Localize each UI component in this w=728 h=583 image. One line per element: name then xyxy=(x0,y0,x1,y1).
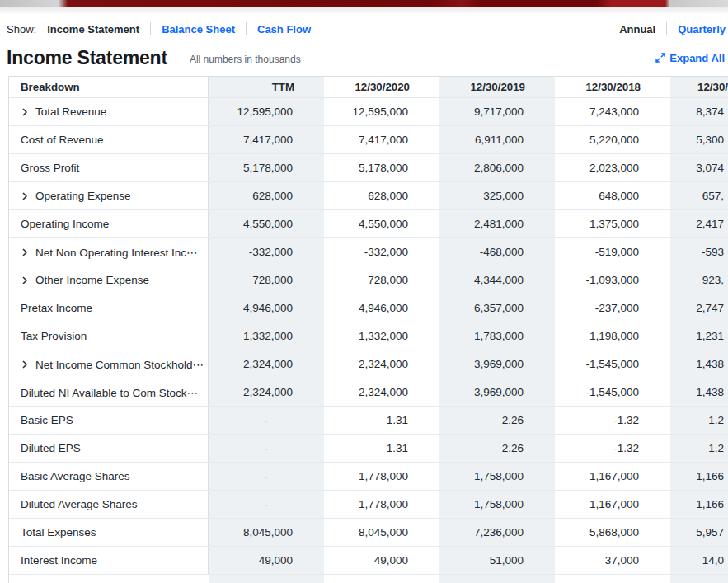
column-header-2019: 12/30/2019 xyxy=(439,77,555,97)
divider xyxy=(209,575,209,583)
cell-value: 1,778,000 xyxy=(324,463,439,490)
page-title: Income Statement xyxy=(7,47,167,69)
cell-value: 1,778,000 xyxy=(324,491,439,518)
toggle-quarterly[interactable]: Quarterly xyxy=(678,23,726,35)
chevron-right-icon xyxy=(21,276,28,284)
row-label-text: Net Non Operating Interest Inc⋯ xyxy=(35,246,198,259)
row-label: Total Expenses xyxy=(9,519,209,546)
row-expander[interactable]: Net Non Operating Interest Inc⋯ xyxy=(9,238,209,266)
cell-value: 2.26 xyxy=(439,435,555,462)
cell-value: -593 xyxy=(670,238,728,266)
chevron-right-icon xyxy=(21,192,28,200)
chevron-right-icon xyxy=(21,360,28,369)
expand-arrows-icon xyxy=(655,53,665,63)
next-row-partial xyxy=(9,575,728,583)
row-label-text: Other Income Expense xyxy=(35,274,149,286)
row-label-text: Diluted EPS xyxy=(21,442,81,454)
cell-value: 1,167,000 xyxy=(555,463,670,490)
masthead-bar xyxy=(0,0,728,7)
cell-value: 14,0 xyxy=(670,547,728,574)
title-row: Income Statement All numbers in thousand… xyxy=(7,45,725,70)
cell-value: 7,417,000 xyxy=(209,126,324,153)
cell-value: 3,969,000 xyxy=(439,350,555,378)
cell-value: 2.26 xyxy=(439,407,555,434)
expand-all-button[interactable]: Expand All xyxy=(655,52,725,64)
row-label: Diluted Average Shares xyxy=(9,491,209,518)
row-expander[interactable]: Other Income Expense xyxy=(9,266,209,294)
row-label-text: Operating Income xyxy=(21,218,109,230)
row-label-text: Total Revenue xyxy=(35,106,106,118)
cell-value: -1,093,000 xyxy=(555,266,670,294)
cell-value: 5,178,000 xyxy=(209,154,324,181)
cell-value: 1,438 xyxy=(670,378,728,406)
row-label: Diluted NI Available to Com Stock⋯ xyxy=(9,378,209,406)
cell-value: 648,000 xyxy=(555,182,670,209)
cell-value: 728,000 xyxy=(324,266,439,294)
cell-value: 1,438 xyxy=(670,350,728,378)
cell-value: 728,000 xyxy=(209,266,324,294)
cell-value: -237,000 xyxy=(555,294,670,322)
row-label: Basic Average Shares xyxy=(9,463,209,490)
cell-value: -519,000 xyxy=(555,238,670,266)
row-label-text: Interest Income xyxy=(21,554,97,567)
cell-value: 12,595,000 xyxy=(324,98,439,125)
cell-value: 5,868,000 xyxy=(555,519,670,546)
table-row: Other Income Expense728,000728,0004,344,… xyxy=(9,266,728,294)
cell-value: 1,758,000 xyxy=(439,491,555,518)
shaded-column-fragment xyxy=(670,575,728,583)
tab-income-statement[interactable]: Income Statement xyxy=(47,23,139,35)
show-label: Show: xyxy=(7,23,36,35)
cell-value: 2,747 xyxy=(670,294,728,322)
row-label-text: Diluted Average Shares xyxy=(21,498,138,510)
cell-value: 3,074 xyxy=(670,154,728,181)
units-note: All numbers in thousands xyxy=(190,54,301,65)
cell-value: 1,332,000 xyxy=(324,322,439,350)
table-row: Net Non Operating Interest Inc⋯-332,000-… xyxy=(9,238,728,266)
table-row: Interest Income49,00049,00051,00037,0001… xyxy=(9,547,728,575)
row-expander[interactable]: Net Income Common Stockhold⋯ xyxy=(9,350,209,378)
cell-value: 5,178,000 xyxy=(324,154,439,181)
tab-balance-sheet[interactable]: Balance Sheet xyxy=(162,23,235,35)
cell-value: 2,417 xyxy=(670,210,728,237)
column-header-2017-cut: 12/30/ xyxy=(670,77,728,97)
toggle-annual[interactable]: Annual xyxy=(619,23,655,35)
column-header-2018: 12/30/2018 xyxy=(555,77,670,97)
table-row: Diluted EPS-1.312.26-1.321.2 xyxy=(9,435,728,463)
cell-value: -1,545,000 xyxy=(555,350,670,378)
tab-cash-flow[interactable]: Cash Flow xyxy=(257,23,311,35)
row-label: Diluted EPS xyxy=(9,435,209,462)
table-row: Net Income Common Stockhold⋯2,324,0002,3… xyxy=(9,350,728,378)
table-body: Total Revenue12,595,00012,595,0009,717,0… xyxy=(9,98,728,575)
table-header-row: Breakdown TTM 12/30/2020 12/30/2019 12/3… xyxy=(9,76,728,98)
income-statement-table: Breakdown TTM 12/30/2020 12/30/2019 12/3… xyxy=(8,76,728,583)
cell-value: 1,198,000 xyxy=(555,322,670,350)
row-label: Basic EPS xyxy=(9,407,209,434)
row-expander[interactable]: Total Revenue xyxy=(9,98,209,125)
cell-value: 3,969,000 xyxy=(439,378,555,406)
cell-value: 325,000 xyxy=(439,182,555,209)
table-row: Total Revenue12,595,00012,595,0009,717,0… xyxy=(9,98,728,126)
cell-value: 1,375,000 xyxy=(555,210,670,237)
row-label-text: Gross Profit xyxy=(21,162,79,174)
cell-value: 4,344,000 xyxy=(439,266,555,294)
cell-value: 2,481,000 xyxy=(439,210,555,237)
cell-value: 1.2 xyxy=(670,407,728,434)
cell-value: 1.2 xyxy=(670,435,728,462)
cell-value: -1.32 xyxy=(555,435,670,462)
cell-value: 8,045,000 xyxy=(324,519,439,546)
cell-value: 49,000 xyxy=(324,547,439,574)
cell-value: 657, xyxy=(670,182,728,209)
cell-value: 4,550,000 xyxy=(209,210,324,237)
cell-value: 1,231 xyxy=(670,322,728,350)
column-header-2020: 12/30/2020 xyxy=(324,77,439,97)
row-expander[interactable]: Operating Expense xyxy=(9,182,209,209)
cell-value: 7,417,000 xyxy=(324,126,439,153)
statement-nav: Show: Income Statement Balance Sheet Cas… xyxy=(7,21,726,37)
table-row: Operating Income4,550,0004,550,0002,481,… xyxy=(9,210,728,238)
cell-value: 1,783,000 xyxy=(439,322,555,350)
cell-value: - xyxy=(209,463,324,490)
cell-value: 4,946,000 xyxy=(324,294,439,322)
row-label: Tax Provision xyxy=(9,322,209,350)
cell-value: 8,374 xyxy=(670,98,728,125)
row-label-text: Tax Provision xyxy=(21,330,87,342)
